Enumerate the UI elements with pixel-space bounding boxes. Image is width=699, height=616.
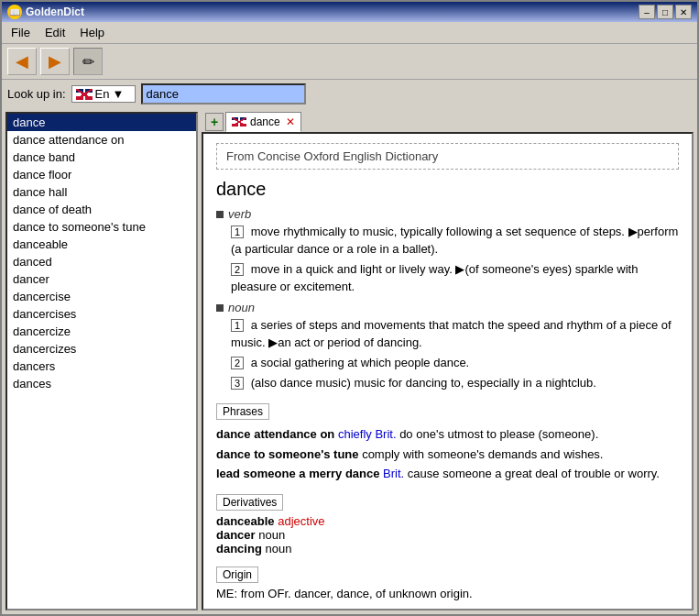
def-num-n2: 2 xyxy=(231,357,244,369)
phrase-2-text: comply with someone's demands and wishes… xyxy=(362,447,603,461)
sidebar-item[interactable]: dance xyxy=(7,114,196,131)
derivatives-block: Derivatives danceable adjective dancer n… xyxy=(216,487,679,556)
sidebar-item[interactable]: dancercize xyxy=(7,323,196,340)
forward-button[interactable]: ▶ xyxy=(40,48,70,75)
sidebar-item[interactable]: dancers xyxy=(7,358,196,375)
deriv-1-pos: adjective xyxy=(278,514,324,528)
def-num-2: 2 xyxy=(231,263,244,276)
sidebar-item[interactable]: dance attendance on xyxy=(7,131,196,148)
derivatives-label: Derivatives xyxy=(216,494,283,511)
sidebar-item[interactable]: dancercise xyxy=(7,288,196,305)
dropdown-arrow-icon: ▼ xyxy=(113,87,125,101)
phrase-3-bold: lead someone a merry dance xyxy=(216,467,379,480)
sidebar-item[interactable]: dancer xyxy=(7,270,196,288)
edit-button[interactable]: ✏ xyxy=(73,48,103,75)
sidebar-item[interactable]: dance to someone's tune xyxy=(7,218,196,236)
title-bar: 📖 GoldenDict – □ ✕ xyxy=(2,2,697,22)
phrase-1: dance attendance on chiefly Brit. do one… xyxy=(216,426,679,444)
noun-pos-line: noun xyxy=(216,301,679,314)
noun-def-1: 1 a series of steps and movements that m… xyxy=(231,317,679,352)
maximize-button[interactable]: □ xyxy=(657,5,673,19)
sidebar-item[interactable]: dance of death xyxy=(7,201,196,218)
current-tab[interactable]: dance ✕ xyxy=(225,112,301,132)
verb-pos-line: verb xyxy=(216,207,679,221)
main-area: dancedance attendance ondance banddance … xyxy=(2,108,697,614)
tab-flag-icon xyxy=(232,117,246,126)
forward-icon: ▶ xyxy=(49,51,61,72)
tabs-bar: + dance ✕ xyxy=(202,112,694,132)
file-menu[interactable]: File xyxy=(5,24,36,41)
phrase-3-link: Brit. xyxy=(383,467,404,480)
deriv-2-pos: noun xyxy=(258,528,285,542)
back-button[interactable]: ◀ xyxy=(7,48,37,75)
word-list: dancedance attendance ondance banddance … xyxy=(5,112,198,610)
noun-def-2: 2 a social gathering at which people dan… xyxy=(231,355,679,372)
noun-bullet xyxy=(216,304,224,312)
sidebar-item[interactable]: dance hall xyxy=(7,183,196,201)
phrase-1-text: do one's utmost to please (someone). xyxy=(399,427,598,441)
origin-text: ME: from OFr. dancer, dance, of unknown … xyxy=(216,587,679,600)
sidebar-item[interactable]: danceable xyxy=(7,236,196,253)
edit-menu[interactable]: Edit xyxy=(39,24,71,41)
sidebar-item[interactable]: dancercises xyxy=(7,305,196,323)
lang-code: En xyxy=(95,87,110,101)
verb-bullet xyxy=(216,211,224,218)
phrases-block: Phrases dance attendance on chiefly Brit… xyxy=(216,396,679,484)
minimize-button[interactable]: – xyxy=(639,5,655,19)
noun-label: noun xyxy=(228,301,255,314)
verb-def-1: 1 move rhythmically to music, typically … xyxy=(231,224,679,258)
def-num-n3: 3 xyxy=(231,377,244,390)
deriv-2: dancer noun xyxy=(216,528,679,542)
verb-label: verb xyxy=(228,207,251,221)
window-title: GoldenDict xyxy=(26,6,84,18)
phrase-2: dance to someone's tune comply with some… xyxy=(216,446,679,464)
back-icon: ◀ xyxy=(16,51,28,72)
verb-def-2: 2 move in a quick and light or lively wa… xyxy=(231,261,679,296)
title-bar-left: 📖 GoldenDict xyxy=(7,5,84,19)
phrases-label: Phrases xyxy=(216,403,269,420)
toolbar: ◀ ▶ ✏ xyxy=(2,44,697,80)
origin-label: Origin xyxy=(216,566,258,583)
flag-icon xyxy=(76,89,93,100)
search-input[interactable] xyxy=(141,83,306,104)
tab-word-label: dance xyxy=(250,116,280,128)
deriv-3: dancing noun xyxy=(216,542,679,556)
tab-close-button[interactable]: ✕ xyxy=(286,116,295,128)
menu-bar: File Edit Help xyxy=(2,22,697,44)
app-icon: 📖 xyxy=(7,5,22,19)
phrase-1-bold: dance attendance on xyxy=(216,427,334,441)
lookup-label: Look up in: xyxy=(7,87,66,101)
language-selector[interactable]: En ▼ xyxy=(71,85,136,103)
noun-def-3-text: (also dance music) music for dancing to,… xyxy=(247,376,596,390)
sidebar-item[interactable]: dance band xyxy=(7,148,196,166)
lookup-bar: Look up in: En ▼ xyxy=(2,80,697,108)
definition-panel: From Concise Oxford English Dictionary d… xyxy=(202,132,694,610)
content-area: + dance ✕ From Concise Oxford English Di… xyxy=(202,112,694,610)
phrase-2-bold: dance to someone's tune xyxy=(216,447,359,461)
phrase-3: lead someone a merry dance Brit. cause s… xyxy=(216,466,679,483)
noun-def-2-text: a social gathering at which people dance… xyxy=(247,356,469,369)
sidebar-item[interactable]: dance floor xyxy=(7,166,196,183)
main-window: 📖 GoldenDict – □ ✕ File Edit Help ◀ ▶ ✏ … xyxy=(0,0,699,616)
word-title: dance xyxy=(216,179,679,200)
sidebar-item[interactable]: dances xyxy=(7,375,196,392)
deriv-2-bold: dancer xyxy=(216,528,256,542)
def-num-n1: 1 xyxy=(231,319,244,332)
deriv-1-bold: danceable xyxy=(216,514,275,528)
phrase-1-link: chiefly Brit. xyxy=(338,427,397,441)
verb-def-1-text: move rhythmically to music, typically fo… xyxy=(231,225,678,256)
window-controls: – □ ✕ xyxy=(639,5,692,19)
close-button[interactable]: ✕ xyxy=(675,5,692,19)
noun-def-1-text: a series of steps and movements that mat… xyxy=(231,318,672,349)
sidebar-item[interactable]: danced xyxy=(7,253,196,270)
verb-def-2-text: move in a quick and light or lively way.… xyxy=(231,262,638,293)
deriv-3-bold: dancing xyxy=(216,542,262,556)
def-num-1: 1 xyxy=(231,226,244,238)
add-tab-button[interactable]: + xyxy=(205,113,224,131)
phrase-3-text: cause someone a great deal of trouble or… xyxy=(408,467,660,480)
dict-source: From Concise Oxford English Dictionary xyxy=(216,143,679,170)
deriv-1: danceable adjective xyxy=(216,514,679,528)
help-menu[interactable]: Help xyxy=(74,24,110,41)
noun-def-3: 3 (also dance music) music for dancing t… xyxy=(231,375,679,392)
sidebar-item[interactable]: dancercizes xyxy=(7,340,196,358)
